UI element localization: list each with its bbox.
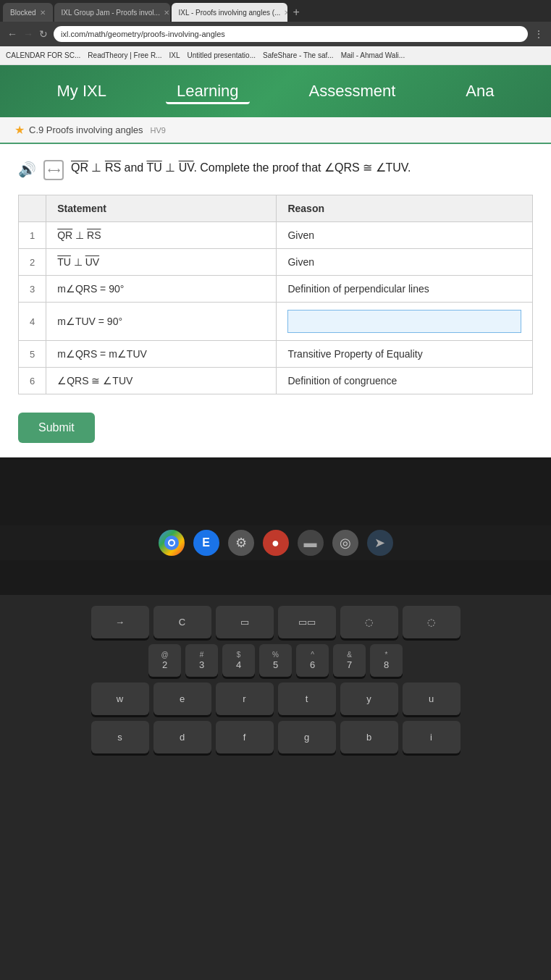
table-row: 5 m∠QRS = m∠TUV Transitive Property of E… — [19, 341, 533, 368]
hint-icon[interactable]: ⟷ — [43, 160, 64, 180]
key-row-qwerty1: w e r t y u — [14, 683, 537, 715]
tu-label: TU — [146, 161, 161, 174]
key-circle2[interactable]: ◌ — [403, 606, 460, 638]
key-5[interactable]: % 5 — [259, 644, 292, 677]
key-g[interactable]: g — [278, 721, 336, 753]
tab-blocked[interactable]: Blocked ✕ — [3, 3, 53, 22]
proof-table: Statement Reason 1 QR ⊥ RS Given 2 — [18, 195, 533, 394]
breadcrumb-text: C.9 Proofs involving angles — [29, 124, 143, 135]
url-input[interactable]: ixl.com/math/geometry/proofs-involving-a… — [54, 26, 528, 42]
svg-point-2 — [169, 541, 174, 545]
rs-label: RS — [105, 161, 121, 174]
reason-1: Given — [277, 222, 533, 249]
key-6[interactable]: ^ 6 — [296, 644, 329, 677]
table-row: 3 m∠QRS = 90° Definition of perpendicula… — [19, 276, 533, 303]
reason-4-input[interactable] — [287, 310, 521, 333]
forward-button[interactable]: → — [23, 28, 33, 40]
breadcrumb-bar: ★ C.9 Proofs involving angles HV9 — [0, 117, 551, 144]
tab-close-icon[interactable]: ✕ — [40, 9, 46, 17]
nav-ana[interactable]: Ana — [455, 78, 505, 104]
bookmarks-bar: CALENDAR FOR SC... ReadTheory | Free R..… — [0, 46, 551, 65]
monitor-taskbar-icon[interactable]: ▬ — [298, 530, 324, 556]
settings-taskbar-icon[interactable]: ⚙ — [228, 530, 254, 556]
table-row: 6 ∠QRS ≅ ∠TUV Definition of congruence — [19, 368, 533, 394]
key-b[interactable]: b — [340, 721, 398, 753]
chrome-icon[interactable] — [159, 530, 185, 556]
statement-5: m∠QRS = m∠TUV — [46, 341, 277, 368]
submit-button[interactable]: Submit — [18, 413, 95, 443]
bookmark-item[interactable]: ReadTheory | Free R... — [88, 51, 161, 59]
key-8[interactable]: * 8 — [370, 644, 403, 677]
bookmark-item[interactable]: CALENDAR FOR SC... — [6, 51, 80, 59]
key-3[interactable]: # 3 — [185, 644, 218, 677]
tab-ixl-proofs[interactable]: IXL - Proofs involving angles (... ✕ — [172, 3, 287, 22]
bookmark-item[interactable]: IXL — [169, 51, 180, 59]
ixl-app: My IXL Learning Assessment Ana ★ C.9 Pro… — [0, 65, 551, 457]
key-u[interactable]: u — [403, 683, 460, 715]
bookmark-item[interactable]: SafeShare - The saf... — [263, 51, 334, 59]
key-multi-square[interactable]: ▭▭ — [278, 606, 336, 638]
nav-my-ixl[interactable]: My IXL — [46, 78, 117, 104]
key-e[interactable]: e — [153, 683, 211, 715]
statement-3: m∠QRS = 90° — [46, 276, 277, 303]
tab-label: IXL Group Jam - Proofs invol... — [62, 9, 160, 17]
extensions-icon[interactable]: ⋮ — [534, 28, 544, 40]
red-taskbar-icon[interactable]: ● — [263, 530, 289, 556]
tab-close-icon[interactable]: ✕ — [164, 9, 169, 17]
tab-ixl-group[interactable]: IXL Group Jam - Proofs invol... ✕ — [54, 3, 170, 22]
key-y[interactable]: y — [340, 683, 398, 715]
taskbar: E ⚙ ● ▬ ◎ ➤ — [0, 525, 551, 560]
key-row-fn: → C ▭ ▭▭ ◌ ◌ — [14, 606, 537, 638]
key-circle[interactable]: ◌ — [340, 606, 398, 638]
row-num-3: 3 — [19, 276, 46, 303]
key-7[interactable]: & 7 — [333, 644, 366, 677]
key-f[interactable]: f — [216, 721, 274, 753]
new-tab-button[interactable]: + — [289, 6, 304, 19]
statement-1: QR ⊥ RS — [46, 222, 277, 249]
bookmark-item[interactable]: Mail - Ahmad Wali... — [341, 51, 405, 59]
nav-learning[interactable]: Learning — [166, 78, 250, 104]
qr-label: QR — [71, 161, 88, 174]
address-bar: ← → ↻ ixl.com/math/geometry/proofs-invol… — [0, 22, 551, 46]
reason-5: Transitive Property of Equality — [277, 341, 533, 368]
key-square[interactable]: ▭ — [216, 606, 274, 638]
keyboard-area: → C ▭ ▭▭ ◌ ◌ @ 2 # 3 $ 4 % 5 — [0, 595, 551, 980]
tab-label: Blocked — [10, 9, 36, 17]
key-s[interactable]: s — [91, 721, 149, 753]
main-content: 🔊 ⟷ QR ⊥ RS and TU ⊥ UV. Complete the pr… — [0, 144, 551, 457]
col-header-reason: Reason — [277, 195, 533, 222]
tab-close-icon[interactable]: ✕ — [284, 9, 287, 17]
reload-button[interactable]: ↻ — [39, 28, 48, 40]
key-t[interactable]: t — [278, 683, 336, 715]
key-r[interactable]: r — [216, 683, 274, 715]
tab-bar: Blocked ✕ IXL Group Jam - Proofs invol..… — [0, 0, 551, 22]
bookmark-item[interactable]: Untitled presentatio... — [187, 51, 256, 59]
key-c[interactable]: C — [153, 606, 211, 638]
row-num-1: 1 — [19, 222, 46, 249]
key-w[interactable]: w — [91, 683, 149, 715]
ixl-navigation: My IXL Learning Assessment Ana — [0, 65, 551, 117]
laptop-body: acer → C ▭ ▭▭ ◌ ◌ @ 2 # 3 $ 4 — [0, 560, 551, 980]
tab-label: IXL - Proofs involving angles (... — [179, 9, 281, 17]
reason-4-cell — [277, 303, 533, 341]
browser-chrome: Blocked ✕ IXL Group Jam - Proofs invol..… — [0, 0, 551, 65]
star-icon: ★ — [14, 123, 25, 137]
row-num-6: 6 — [19, 368, 46, 394]
reason-6: Definition of congruence — [277, 368, 533, 394]
row-num-5: 5 — [19, 341, 46, 368]
hw-badge: HV9 — [151, 126, 166, 135]
key-2[interactable]: @ 2 — [148, 644, 181, 677]
key-arrow[interactable]: → — [91, 606, 149, 638]
arrow-taskbar-icon[interactable]: ➤ — [367, 530, 393, 556]
key-row-numbers: @ 2 # 3 $ 4 % 5 ^ 6 & 7 — [14, 644, 537, 677]
col-header-statement: Statement — [46, 195, 277, 222]
key-d[interactable]: d — [153, 721, 211, 753]
settings2-taskbar-icon[interactable]: ◎ — [332, 530, 358, 556]
statement-2: TU ⊥ UV — [46, 249, 277, 276]
speaker-icon[interactable]: 🔊 — [18, 161, 36, 178]
key-i[interactable]: i — [403, 721, 460, 753]
e-taskbar-icon[interactable]: E — [193, 530, 219, 556]
key-4[interactable]: $ 4 — [222, 644, 255, 677]
back-button[interactable]: ← — [7, 28, 17, 40]
nav-assessment[interactable]: Assessment — [298, 78, 407, 104]
